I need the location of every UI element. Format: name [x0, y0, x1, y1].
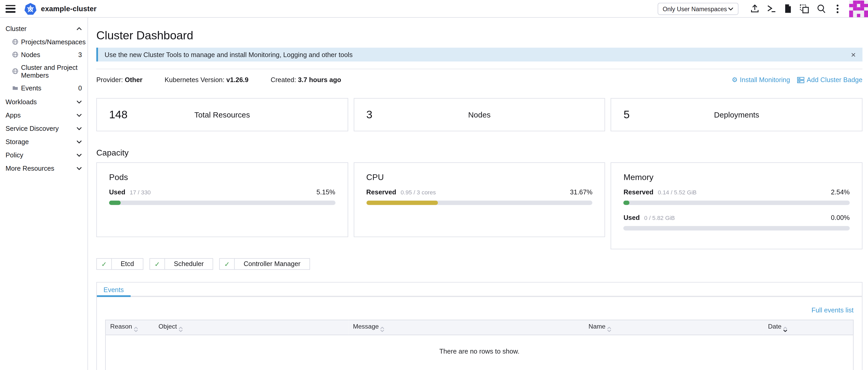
sidebar-item-nodes[interactable]: Nodes 3 [0, 48, 88, 61]
tab-events[interactable]: Events [97, 282, 130, 296]
kubectl-shell-button[interactable] [763, 0, 779, 18]
sidebar-group-label: Apps [5, 111, 21, 119]
etcd-status-badge: ✓ Etcd [96, 258, 144, 270]
nodes-card[interactable]: 3 Nodes [353, 98, 605, 131]
column-header-reason[interactable]: Reason [105, 320, 154, 335]
nodes-label: Nodes [354, 110, 605, 119]
namespace-filter-value: Only User Namespaces [662, 5, 727, 12]
chevron-up-icon [76, 27, 82, 30]
search-icon [816, 4, 826, 13]
globe-icon [12, 68, 18, 74]
user-avatar[interactable] [849, 0, 868, 17]
add-cluster-badge-link[interactable]: Add Cluster Badge [797, 76, 862, 84]
progress-track [623, 226, 850, 231]
kubernetes-version-info: Kubernetes Version: v1.26.9 [164, 76, 248, 84]
events-table-header-row: Reason Object Message Name [105, 320, 854, 335]
sidebar-item-cluster-project-members[interactable]: Cluster and Project Members [0, 61, 88, 82]
check-icon: ✓ [150, 259, 165, 269]
upload-icon [750, 4, 759, 13]
memory-capacity-card: Memory Reserved 0.14 / 5.52 GiB 2.54% [611, 162, 863, 249]
chevron-down-icon [76, 100, 82, 104]
install-monitoring-link[interactable]: ⚙ Install Monitoring [732, 76, 790, 84]
sort-icon-active-desc [783, 327, 787, 332]
chevron-down-icon [76, 153, 82, 157]
progress-fill [109, 201, 121, 205]
main-content: Cluster Dashboard Use the new Cluster To… [88, 18, 868, 370]
sidebar-group-label: More Resources [5, 165, 54, 172]
memory-reserved-gauge: Reserved 0.14 / 5.52 GiB 2.54% [623, 189, 850, 205]
sidebar-group-policy[interactable]: Policy [0, 148, 88, 162]
cpu-card-title: CPU [366, 172, 593, 181]
sidebar-group-workloads[interactable]: Workloads [0, 95, 88, 109]
chevron-down-icon [76, 114, 82, 117]
sort-icon [134, 327, 138, 332]
column-header-object[interactable]: Object [154, 320, 349, 335]
banner-text: Use the new Cluster Tools to manage and … [105, 51, 353, 59]
page-title: Cluster Dashboard [96, 29, 863, 42]
check-icon: ✓ [220, 259, 235, 269]
events-panel: Events Full events list Reason [96, 282, 863, 370]
sidebar-item-count: 3 [78, 51, 82, 59]
column-header-date[interactable]: Date [764, 320, 854, 335]
sidebar-group-more-resources[interactable]: More Resources [0, 162, 88, 175]
deployments-card[interactable]: 5 Deployments [611, 98, 863, 131]
pods-card-title: Pods [109, 172, 335, 181]
events-empty-row: There are no rows to show. [105, 335, 854, 370]
pods-capacity-card: Pods Used 17 / 330 5.15% [96, 162, 348, 237]
sidebar-group-storage[interactable]: Storage [0, 135, 88, 148]
sort-icon [179, 327, 183, 332]
capacity-heading: Capacity [96, 148, 863, 158]
sidebar-item-label: Events [21, 84, 41, 92]
header-kebab-menu-button[interactable] [829, 0, 846, 18]
shell-prompt-icon [766, 4, 776, 13]
progress-track [366, 201, 593, 205]
cpu-capacity-card: CPU Reserved 0.95 / 3 cores 31.67% [353, 162, 605, 237]
chevron-down-icon [76, 140, 82, 144]
gear-icon: ⚙ [732, 76, 738, 83]
sidebar-item-label: Projects/Namespaces [21, 38, 86, 46]
memory-used-gauge: Used 0 / 5.82 GiB 0.00% [623, 214, 850, 231]
sidebar-group-apps[interactable]: Apps [0, 109, 88, 122]
deployments-label: Deployments [611, 110, 862, 119]
sidebar-group-label: Workloads [5, 98, 37, 106]
sidebar-group-cluster[interactable]: Cluster [0, 22, 88, 35]
sidebar-group-label: Service Discovery [5, 124, 59, 132]
sidebar-item-count: 0 [78, 84, 82, 92]
sidebar-group-service-discovery[interactable]: Service Discovery [0, 122, 88, 135]
sidebar-item-label: Cluster and Project Members [21, 63, 82, 79]
hamburger-menu-icon[interactable] [5, 5, 16, 12]
sidebar-item-projects-namespaces[interactable]: Projects/Namespaces [0, 35, 88, 48]
created-info: Created: 3.7 hours ago [271, 76, 341, 84]
total-resources-card[interactable]: 148 Total Resources [96, 98, 348, 131]
app-viewport: example-cluster Only User Namespaces [0, 0, 868, 370]
events-tabbar: Events [97, 282, 862, 297]
copy-icon [799, 4, 809, 13]
file-icon [784, 4, 792, 13]
search-button[interactable] [812, 0, 829, 18]
check-icon: ✓ [97, 259, 112, 269]
progress-track [109, 201, 335, 205]
full-events-list-link[interactable]: Full events list [811, 307, 854, 314]
capacity-cards: Pods Used 17 / 330 5.15% CPU [96, 162, 863, 249]
chevron-down-icon [76, 167, 82, 170]
namespace-filter-select[interactable]: Only User Namespaces [658, 3, 738, 15]
sidebar-group-label: Storage [5, 138, 29, 146]
memory-card-title: Memory [623, 172, 850, 181]
download-kubeconfig-button[interactable] [779, 0, 796, 18]
banner-close-icon[interactable]: × [851, 50, 856, 59]
sort-icon [607, 327, 611, 332]
column-header-message[interactable]: Message [349, 320, 584, 335]
column-header-name[interactable]: Name [584, 320, 763, 335]
top-header: example-cluster Only User Namespaces [0, 0, 868, 18]
copy-kubeconfig-button[interactable] [796, 0, 813, 18]
component-status-badges: ✓ Etcd ✓ Scheduler ✓ Controller Manager [96, 258, 863, 270]
sidebar-nav: Cluster Projects/Namespaces [0, 18, 88, 370]
import-yaml-button[interactable] [746, 0, 763, 18]
globe-icon [12, 39, 18, 45]
folder-icon [12, 85, 18, 91]
progress-fill [623, 201, 629, 205]
cluster-tools-banner: Use the new Cluster Tools to manage and … [96, 48, 863, 61]
resource-count-cards: 148 Total Resources 3 Nodes 5 Deployment… [96, 98, 863, 131]
scheduler-status-badge: ✓ Scheduler [149, 258, 213, 270]
sidebar-item-events[interactable]: Events 0 [0, 82, 88, 94]
